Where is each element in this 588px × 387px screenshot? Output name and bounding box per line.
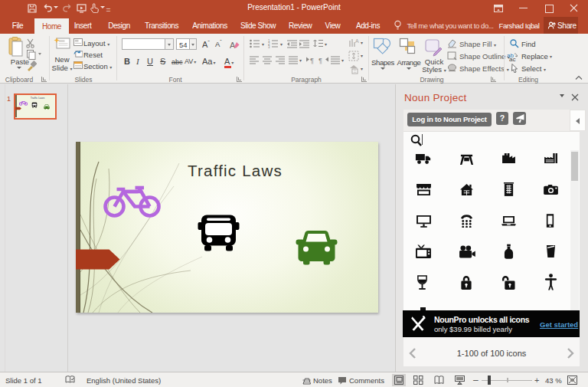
svg-text:A: A [355,38,359,44]
svg-text:A: A [230,41,236,50]
svg-text:3: 3 [268,45,270,48]
svg-text:¶: ¶ [310,57,314,64]
svg-text:ac: ac [509,56,515,61]
svg-text:¶: ¶ [318,57,322,64]
